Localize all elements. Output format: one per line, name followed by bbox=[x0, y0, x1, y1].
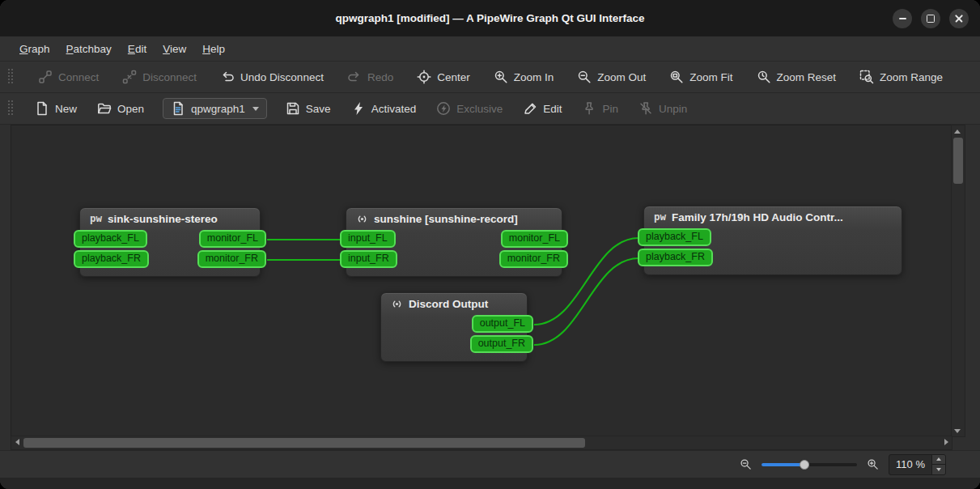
node-family-hd-audio[interactable]: pw Family 17h/19h HD Audio Contr... play… bbox=[643, 206, 902, 275]
node-discord-output[interactable]: Discord Output output_FL output_FR bbox=[380, 292, 528, 362]
audio-device-icon bbox=[391, 298, 403, 310]
zoom-out-button[interactable]: Zoom Out bbox=[575, 66, 647, 87]
scroll-down-button[interactable] bbox=[952, 425, 963, 436]
arrow-down-icon bbox=[954, 429, 961, 433]
audio-device-icon bbox=[356, 213, 368, 225]
node-header: pw sink-sunshine-stereo bbox=[80, 208, 260, 227]
maximize-button[interactable] bbox=[921, 9, 940, 28]
arrow-up-icon bbox=[936, 457, 941, 461]
zoom-range-button[interactable]: Zoom Range bbox=[858, 66, 944, 87]
menubar: Graph Patchbay Edit View Help bbox=[0, 36, 980, 62]
node-title: Family 17h/19h HD Audio Contr... bbox=[672, 211, 843, 223]
horizontal-scrollbar[interactable] bbox=[11, 436, 952, 450]
port-output-fr[interactable]: output_FR bbox=[470, 335, 533, 353]
port-playback-fl[interactable]: playback_FL bbox=[638, 228, 711, 246]
node-sunshine-record[interactable]: sunshine [sunshine-record] input_FL moni… bbox=[346, 207, 562, 277]
open-label: Open bbox=[117, 103, 144, 115]
scroll-up-button[interactable] bbox=[952, 125, 963, 137]
port-monitor-fr[interactable]: monitor_FR bbox=[197, 250, 266, 268]
edit-button[interactable]: Edit bbox=[521, 98, 563, 119]
qpwgraph-window: qpwgraph1 [modified] — A PipeWire Graph … bbox=[0, 0, 980, 489]
disconnect-button[interactable]: Disconnect bbox=[121, 66, 198, 87]
spin-up-button[interactable] bbox=[932, 455, 945, 465]
titlebar[interactable]: qpwgraph1 [modified] — A PipeWire Graph … bbox=[0, 0, 980, 36]
activated-label: Activated bbox=[371, 103, 417, 115]
patchbay-selector-value: qpwgraph1 bbox=[191, 103, 245, 115]
zoom-slider-fill bbox=[762, 463, 804, 466]
zoom-fit-button[interactable]: Zoom Fit bbox=[668, 66, 734, 87]
exclusive-label: Exclusive bbox=[456, 103, 503, 115]
arrow-down-icon bbox=[936, 468, 941, 471]
menu-help[interactable]: Help bbox=[194, 39, 233, 59]
scroll-left-button[interactable] bbox=[11, 436, 23, 448]
window-controls bbox=[893, 0, 969, 36]
unpin-button[interactable]: Unpin bbox=[637, 98, 689, 119]
disconnect-icon bbox=[122, 70, 137, 84]
edit-label: Edit bbox=[543, 103, 562, 115]
zoom-value: 110 % bbox=[889, 455, 931, 474]
zoom-spinbox[interactable]: 110 % bbox=[889, 454, 946, 475]
center-label: Center bbox=[437, 71, 470, 83]
zoom-in-icon bbox=[867, 458, 879, 470]
zoom-slider[interactable] bbox=[762, 458, 857, 471]
patchbay-selector[interactable]: qpwgraph1 bbox=[163, 98, 267, 119]
graph-canvas[interactable]: pw sink-sunshine-stereo playback_FL moni… bbox=[11, 125, 952, 437]
new-label: New bbox=[55, 103, 77, 115]
open-button[interactable]: Open bbox=[95, 98, 146, 119]
zoom-range-label: Zoom Range bbox=[880, 71, 943, 83]
unpin-icon bbox=[638, 101, 653, 116]
vertical-scrollbar[interactable] bbox=[951, 125, 965, 437]
pin-button[interactable]: Pin bbox=[580, 98, 620, 119]
center-button[interactable]: Center bbox=[415, 66, 472, 87]
node-header: pw Family 17h/19h HD Audio Contr... bbox=[644, 206, 902, 226]
menu-patchbay[interactable]: Patchbay bbox=[58, 39, 120, 59]
window-bottom-edge bbox=[0, 478, 980, 489]
close-icon bbox=[954, 14, 964, 23]
zoom-reset-icon bbox=[757, 70, 771, 84]
zoom-slider-handle[interactable] bbox=[800, 460, 809, 470]
minimize-button[interactable] bbox=[893, 9, 912, 28]
port-playback-fr[interactable]: playback_FR bbox=[638, 249, 713, 266]
activated-button[interactable]: Activated bbox=[350, 98, 418, 119]
new-button[interactable]: New bbox=[33, 98, 78, 119]
exclusive-button[interactable]: Exclusive bbox=[435, 98, 504, 119]
redo-label: Redo bbox=[367, 71, 393, 83]
redo-button[interactable]: Redo bbox=[346, 66, 395, 87]
port-monitor-fl[interactable]: monitor_FL bbox=[501, 230, 568, 248]
undo-disconnect-button[interactable]: Undo Disconnect bbox=[218, 66, 325, 87]
pencil-icon bbox=[523, 101, 537, 116]
horizontal-scrollbar-handle[interactable] bbox=[23, 438, 585, 448]
connect-label: Connect bbox=[58, 71, 99, 83]
vertical-scrollbar-handle[interactable] bbox=[953, 138, 963, 184]
save-label: Save bbox=[306, 103, 331, 115]
port-output-fl[interactable]: output_FL bbox=[472, 315, 533, 333]
port-monitor-fl[interactable]: monitor_FL bbox=[199, 230, 266, 248]
close-button[interactable] bbox=[949, 9, 969, 28]
undo-icon bbox=[220, 70, 235, 84]
zoom-in-label: Zoom In bbox=[514, 71, 554, 83]
scroll-right-button[interactable] bbox=[940, 436, 952, 448]
zoom-slider-track[interactable] bbox=[762, 463, 857, 466]
new-file-icon bbox=[35, 101, 49, 116]
menu-edit[interactable]: Edit bbox=[120, 39, 155, 59]
menu-graph[interactable]: Graph bbox=[11, 39, 58, 59]
port-input-fr[interactable]: input_FR bbox=[340, 250, 397, 268]
node-header: Discord Output bbox=[381, 293, 527, 313]
menu-view[interactable]: View bbox=[155, 39, 194, 59]
pin-label: Pin bbox=[602, 103, 618, 115]
port-playback-fl[interactable]: playback_FL bbox=[74, 230, 147, 248]
connect-button[interactable]: Connect bbox=[36, 66, 100, 87]
port-playback-fr[interactable]: playback_FR bbox=[74, 250, 149, 268]
patchbay-file-icon bbox=[171, 101, 185, 116]
toolbar-drag-handle[interactable] bbox=[8, 100, 13, 117]
port-input-fl[interactable]: input_FL bbox=[340, 230, 396, 248]
save-button[interactable]: Save bbox=[284, 98, 333, 119]
zoom-reset-button[interactable]: Zoom Reset bbox=[755, 66, 838, 87]
lightning-icon bbox=[351, 101, 366, 116]
spin-down-button[interactable] bbox=[932, 464, 945, 474]
toolbar-drag-handle[interactable] bbox=[8, 69, 13, 85]
node-sink-sunshine-stereo[interactable]: pw sink-sunshine-stereo playback_FL moni… bbox=[79, 207, 261, 277]
undo-disconnect-label: Undo Disconnect bbox=[240, 71, 324, 83]
zoom-in-button[interactable]: Zoom In bbox=[492, 66, 556, 87]
port-monitor-fr[interactable]: monitor_FR bbox=[499, 250, 568, 268]
